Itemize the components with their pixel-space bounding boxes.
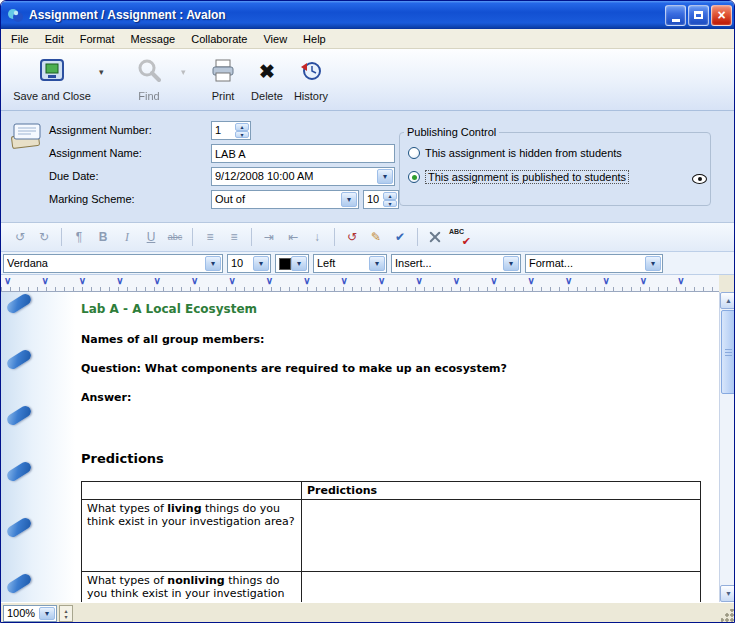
insert-select[interactable]: Insert... ▾ [391, 254, 521, 273]
vertical-scrollbar[interactable]: ▲ ▼ [719, 292, 735, 602]
alignment-select[interactable]: Left ▾ [313, 254, 387, 273]
outdent-button[interactable]: ⇤ [282, 227, 304, 247]
format-select[interactable]: Format... ▾ [525, 254, 663, 273]
ruler-tab-marker[interactable]: ∨ [228, 275, 235, 287]
menu-format[interactable]: Format [72, 30, 123, 48]
ruler-markers[interactable]: ∨∨∨∨∨∨∨∨∨∨∨∨∨∨∨∨∨∨∨ [1, 275, 719, 292]
font-color-select[interactable]: ▾ [275, 254, 309, 273]
table-answer-cell[interactable] [302, 572, 701, 603]
ruler-tab-marker[interactable]: ∨ [378, 275, 385, 287]
ruler-tab-marker[interactable]: ∨ [41, 275, 48, 287]
underline-button[interactable]: U [140, 227, 162, 247]
ruler-tab-marker[interactable]: ∨ [677, 275, 684, 287]
move-down-button[interactable]: ↓ [306, 227, 328, 247]
ruler-tab-marker[interactable]: ∨ [266, 275, 273, 287]
document-content[interactable]: Lab A - A Local Ecosystem Names of all g… [81, 302, 703, 602]
ruler-tab-marker[interactable]: ∨ [453, 275, 460, 287]
undo-button[interactable]: ↺ [9, 227, 31, 247]
strikethrough-button[interactable]: abc [164, 227, 186, 247]
revert-button[interactable]: ↺ [341, 227, 363, 247]
save-dropdown-arrow-icon[interactable]: ▾ [99, 67, 104, 77]
line-spacing-button[interactable]: ≡ [199, 227, 221, 247]
combo-arrow-icon[interactable]: ▾ [253, 256, 269, 271]
menu-edit[interactable]: Edit [37, 30, 72, 48]
menu-help[interactable]: Help [295, 30, 334, 48]
spellcheck-button[interactable]: ABC ✔ [448, 227, 470, 247]
scrollbar-thumb[interactable] [721, 310, 735, 394]
save-and-close-label: Save and Close [9, 90, 95, 102]
resize-grip[interactable] [721, 609, 734, 622]
ruler-tab-marker[interactable]: ∨ [79, 275, 86, 287]
edit-pencil-button[interactable]: ✎ [365, 227, 387, 247]
ruler-tab-marker[interactable]: ∨ [528, 275, 535, 287]
combo-arrow-icon[interactable]: ▾ [341, 192, 357, 207]
combo-arrow-icon[interactable]: ▾ [503, 256, 519, 271]
table-row: What types of living things do you think… [82, 500, 701, 572]
combo-arrow-icon[interactable]: ▾ [291, 256, 307, 271]
ruler-tab-marker[interactable]: ∨ [191, 275, 198, 287]
menu-collaborate[interactable]: Collaborate [183, 30, 255, 48]
ruler-tab-marker[interactable]: ∨ [415, 275, 422, 287]
indent-button[interactable]: ⇥ [258, 227, 280, 247]
redo-button[interactable]: ↻ [33, 227, 55, 247]
bold-button[interactable]: B [92, 227, 114, 247]
ruler-tab-marker[interactable]: ∨ [154, 275, 161, 287]
spin-up-icon[interactable]: ▴ [235, 123, 249, 131]
spin-down-icon[interactable]: ▾ [235, 131, 249, 139]
print-button[interactable]: Print [203, 55, 243, 102]
ruler-tab-marker[interactable]: ∨ [4, 275, 11, 287]
menu-message[interactable]: Message [123, 30, 184, 48]
tools-button[interactable] [424, 227, 446, 247]
ruler-tab-marker[interactable]: ∨ [341, 275, 348, 287]
combo-arrow-icon[interactable]: ▾ [205, 256, 221, 271]
scroll-down-button[interactable]: ▼ [720, 585, 735, 602]
ruler-tab-marker[interactable]: ∨ [602, 275, 609, 287]
ruler-tab-marker[interactable]: ∨ [490, 275, 497, 287]
status-splitter[interactable]: ▴ ▾ [59, 605, 73, 622]
history-button[interactable]: History [289, 55, 333, 102]
assignment-name-input[interactable] [211, 144, 395, 163]
combo-arrow-icon[interactable]: ▾ [377, 169, 393, 184]
combo-arrow-icon[interactable]: ▾ [39, 607, 55, 620]
maximize-button[interactable] [688, 5, 709, 26]
tools-icon [428, 230, 442, 244]
radio-unselected-icon[interactable] [408, 147, 420, 159]
combo-arrow-icon[interactable]: ▾ [369, 256, 385, 271]
due-date-select[interactable]: 9/12/2008 10:00 AM ▾ [211, 167, 395, 186]
menu-view[interactable]: View [255, 30, 295, 48]
combo-arrow-icon[interactable]: ▾ [645, 256, 661, 271]
font-size-select[interactable]: 10 ▾ [227, 254, 271, 273]
spin-down-icon[interactable]: ▾ [383, 200, 397, 208]
menu-file[interactable]: File [3, 30, 37, 48]
marking-scheme-select[interactable]: Out of ▾ [211, 190, 359, 209]
ruler-tab-marker[interactable]: ∨ [640, 275, 647, 287]
table-answer-cell[interactable] [302, 500, 701, 572]
main-toolbar: Save and Close ▾ Find ▾ Print [1, 49, 735, 111]
font-family-select[interactable]: Verdana ▾ [3, 254, 223, 273]
radio-selected-icon[interactable] [408, 171, 420, 183]
scroll-up-button[interactable]: ▲ [720, 292, 735, 309]
title-bar[interactable]: Assignment / Assignment : Avalon × [1, 1, 735, 29]
document-editor[interactable]: Lab A - A Local Ecosystem Names of all g… [1, 292, 735, 602]
paragraph-button[interactable]: ¶ [68, 227, 90, 247]
marking-points-spinner[interactable]: 10 ▴ ▾ [363, 190, 399, 209]
delete-button[interactable]: ✖ Delete [247, 55, 287, 102]
find-dropdown-arrow-icon[interactable]: ▾ [181, 67, 186, 77]
zoom-select[interactable]: 100% ▾ [3, 605, 57, 622]
due-date-value: 9/12/2008 10:00 AM [215, 170, 376, 182]
radio-published-option[interactable]: This assignment is published to students [408, 170, 629, 184]
ruler-tab-marker[interactable]: ∨ [565, 275, 572, 287]
minimize-button[interactable] [665, 5, 686, 26]
find-button[interactable]: Find [123, 55, 175, 102]
save-and-close-button[interactable]: Save and Close [9, 55, 95, 102]
accept-changes-button[interactable]: ✔ [389, 227, 411, 247]
close-button[interactable]: × [711, 5, 732, 26]
italic-button[interactable]: I [116, 227, 138, 247]
radio-hidden-option[interactable]: This assignment is hidden from students [408, 147, 622, 159]
spin-up-icon[interactable]: ▴ [383, 192, 397, 200]
assignment-number-spinner[interactable]: 1 ▴ ▾ [211, 121, 251, 140]
status-bar: 100% ▾ ▴ ▾ [1, 602, 735, 623]
ruler-tab-marker[interactable]: ∨ [303, 275, 310, 287]
list-button[interactable]: ≡ [223, 227, 245, 247]
ruler-tab-marker[interactable]: ∨ [116, 275, 123, 287]
